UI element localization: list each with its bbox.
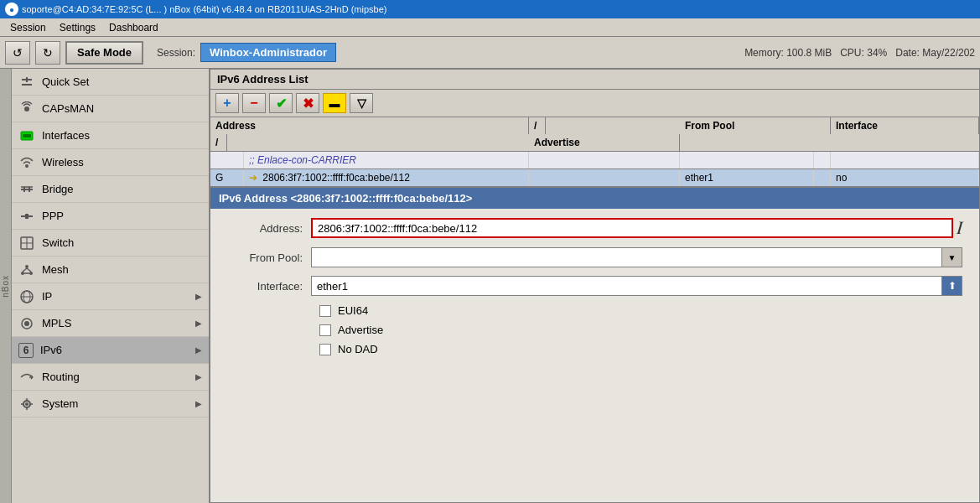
status-info: Memory: 100.8 MiB CPU: 34% Date: May/22/…	[744, 47, 975, 59]
sidebar-item-ipv6[interactable]: 6 IPv6 ▶	[12, 337, 209, 364]
sidebar-item-label-wireless: Wireless	[42, 156, 202, 169]
sidebar-item-label-mesh: Mesh	[42, 263, 202, 276]
interfaces-icon	[18, 127, 35, 144]
content-area: IPv6 Address List + − ✔ ✖ ▬ ▽ Address / …	[210, 69, 980, 503]
ppp-icon	[18, 208, 35, 225]
memory-label: Memory:	[744, 47, 784, 59]
nodad-row: No DAD	[319, 343, 962, 355]
menu-bar: Session Settings Dashboard	[0, 18, 980, 37]
from-pool-value	[312, 256, 941, 259]
from-pool-dropdown-arrow[interactable]: ▼	[941, 248, 962, 267]
cursor-icon: 𝐼	[957, 217, 962, 239]
row-flag: G	[210, 169, 244, 186]
sidebar-item-quick-set[interactable]: Quick Set	[12, 69, 209, 96]
sidebar-item-interfaces[interactable]: Interfaces	[12, 122, 209, 149]
add-button[interactable]: +	[215, 93, 239, 113]
interface-dropdown-btn[interactable]: ⬆	[941, 277, 962, 295]
checkbox-group: EUI64 Advertise No DAD	[227, 304, 962, 355]
eui64-label: EUI64	[338, 304, 368, 317]
app-icon: ●	[5, 3, 18, 16]
ipv6-icon: 6	[18, 343, 34, 358]
nodad-checkbox[interactable]	[319, 344, 331, 355]
comment-sep	[814, 152, 831, 169]
table-header: Address / From Pool Interface / Advertis…	[210, 117, 979, 152]
sidebar-item-label-routing: Routing	[42, 371, 189, 383]
session-label: Session:	[157, 47, 195, 59]
sidebar-item-ip[interactable]: IP ▶	[12, 283, 209, 310]
sidebar-item-label-mpls: MPLS	[42, 317, 189, 329]
svg-line-21	[27, 268, 31, 272]
sidebar-item-system[interactable]: System ▶	[12, 391, 209, 417]
comment-interface	[680, 152, 814, 169]
sidebar-item-capsman[interactable]: CAPsMAN	[12, 96, 209, 122]
eui64-row: EUI64	[319, 304, 962, 317]
sidebar-item-label-ppp: PPP	[42, 210, 202, 222]
comment-address: ;; Enlace-con-CARRIER	[244, 152, 529, 169]
switch-icon	[18, 235, 35, 252]
from-pool-wrapper: ▼	[311, 247, 962, 267]
comment-button[interactable]: ▬	[323, 93, 346, 113]
sidebar-item-mesh[interactable]: Mesh	[12, 257, 209, 283]
row-advertise: no	[831, 169, 979, 186]
interface-value: ether1	[312, 278, 941, 294]
address-label: Address:	[227, 222, 311, 235]
mpls-arrow: ▶	[195, 319, 202, 328]
row-address: ➔ 2806:3f7:1002::ffff:f0ca:bebe/112	[244, 169, 529, 186]
svg-point-6	[25, 164, 29, 168]
sidebar-item-label-switch: Switch	[42, 236, 202, 249]
menu-session[interactable]: Session	[3, 20, 53, 35]
wireless-icon	[18, 154, 35, 171]
sidebar-item-switch[interactable]: Switch	[12, 230, 209, 257]
svg-point-19	[29, 272, 33, 275]
row-interface: ether1	[680, 169, 814, 186]
col-header-sep2: /	[210, 134, 227, 151]
panel-title: IPv6 Address List	[210, 70, 979, 90]
enable-button[interactable]: ✔	[269, 93, 293, 113]
table-row-comment[interactable]: ;; Enlace-con-CARRIER	[210, 152, 979, 169]
table-row-data[interactable]: G ➔ 2806:3f7:1002::ffff:f0ca:bebe/112 et…	[210, 169, 979, 187]
eui64-checkbox[interactable]	[319, 305, 331, 317]
menu-dashboard[interactable]: Dashboard	[102, 20, 165, 35]
filter-button[interactable]: ▽	[350, 93, 373, 113]
sidebar-item-mpls[interactable]: MPLS ▶	[12, 310, 209, 337]
address-arrow: ➔	[249, 172, 257, 184]
capsman-icon	[18, 101, 35, 117]
disable-button[interactable]: ✖	[296, 93, 319, 113]
cpu-label: CPU:	[840, 47, 864, 59]
table-container: Address / From Pool Interface / Advertis…	[210, 117, 979, 188]
ipv6-arrow: ▶	[195, 345, 202, 355]
address-input-wrapper: 𝐼	[311, 217, 962, 239]
sidebar-item-label-ip: IP	[42, 290, 189, 303]
panel-toolbar: + − ✔ ✖ ▬ ▽	[210, 90, 979, 117]
svg-point-18	[21, 272, 24, 275]
svg-point-3	[24, 106, 29, 111]
advertise-row: Advertise	[319, 324, 962, 336]
redo-button[interactable]: ↻	[35, 41, 60, 65]
interface-wrapper: ether1 ⬆	[311, 276, 962, 296]
safe-mode-button[interactable]: Safe Mode	[65, 41, 143, 65]
sidebar-item-label-interfaces: Interfaces	[42, 129, 202, 142]
title-bar: ● soporte@C4:AD:34:7E:92:5C (L... ) nBox…	[0, 0, 980, 18]
main-layout: nBox Quick Set CAPsMAN Interfaces	[0, 69, 980, 503]
col-header-sep1: /	[529, 117, 546, 134]
interface-label: Interface:	[227, 280, 311, 293]
undo-button[interactable]: ↺	[5, 41, 30, 65]
routing-arrow: ▶	[195, 372, 202, 381]
comment-flag	[210, 152, 244, 169]
sidebar-item-wireless[interactable]: Wireless	[12, 149, 209, 176]
advertise-checkbox[interactable]	[319, 324, 331, 336]
memory-value: 100.8 MiB	[786, 47, 832, 59]
address-input[interactable]	[311, 218, 953, 238]
sidebar-item-bridge[interactable]: Bridge	[12, 176, 209, 203]
col-header-interface: Interface	[831, 117, 979, 134]
sidebar: nBox Quick Set CAPsMAN Interfaces	[0, 69, 210, 503]
sidebar-item-routing[interactable]: Routing ▶	[12, 364, 209, 391]
remove-button[interactable]: −	[242, 93, 266, 113]
ip-arrow: ▶	[195, 292, 202, 301]
sidebar-item-label-ipv6: IPv6	[40, 344, 189, 356]
menu-settings[interactable]: Settings	[53, 20, 102, 35]
detail-panel-title: IPv6 Address <2806:3f7:1002::ffff:f0ca:b…	[210, 188, 979, 209]
bridge-icon	[18, 181, 35, 198]
sidebar-item-ppp[interactable]: PPP	[12, 203, 209, 230]
comment-from-pool	[529, 152, 680, 169]
